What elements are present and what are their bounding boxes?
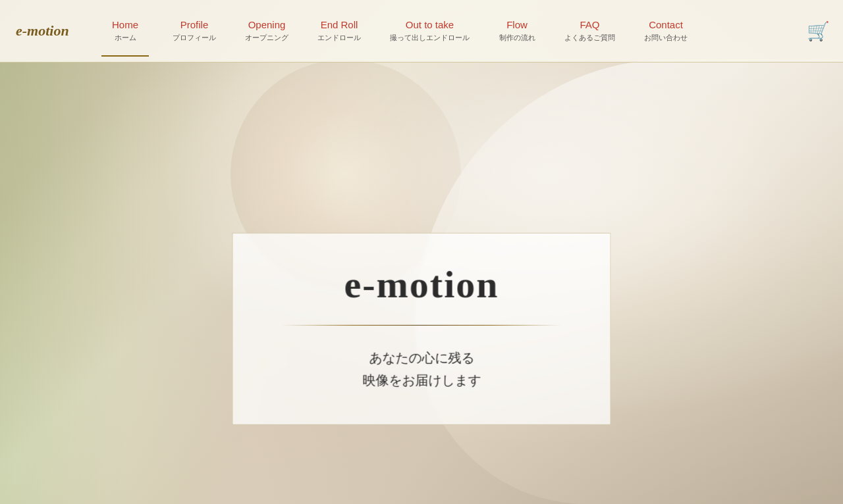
hero-card: e-motion あなたの心に残る 映像をお届けします xyxy=(232,233,611,425)
nav-en-opening: Opening xyxy=(248,19,286,30)
nav-item-opening[interactable]: Openingオープニング xyxy=(231,0,303,62)
nav-item-end-roll[interactable]: End Rollエンドロール xyxy=(303,0,375,62)
hero-title: e-motion xyxy=(266,263,578,307)
nav-en-contact: Contact xyxy=(649,19,683,30)
cart-button[interactable]: 🛒 xyxy=(794,0,843,62)
hero-subtitle: あなたの心に残る 映像をお届けします xyxy=(266,347,578,391)
nav-item-flow[interactable]: Flow制作の流れ xyxy=(484,0,550,62)
nav-item-profile[interactable]: Profileプロフィール xyxy=(158,0,231,62)
nav-ja-faq: よくあるご質問 xyxy=(564,33,615,43)
nav-en-flow: Flow xyxy=(506,19,528,30)
nav-ja-opening: オープニング xyxy=(245,33,288,43)
nav-ja-out-to-take: 撮って出しエンドロール xyxy=(390,33,470,43)
nav-item-contact[interactable]: Contactお問い合わせ xyxy=(630,0,702,62)
hero-subtitle-line1: あなたの心に残る xyxy=(369,351,474,365)
nav-en-end-roll: End Roll xyxy=(321,19,358,30)
hero-divider xyxy=(281,325,562,326)
nav-item-faq[interactable]: FAQよくあるご質問 xyxy=(550,0,630,62)
nav-en-home: Home xyxy=(112,19,138,30)
hero-subtitle-line2: 映像をお届けします xyxy=(362,373,481,388)
nav-links: HomeホームProfileプロフィールOpeningオープニングEnd Rol… xyxy=(92,0,794,62)
navbar: e-motion HomeホームProfileプロフィールOpeningオープニ… xyxy=(0,0,843,63)
nav-item-home[interactable]: Homeホーム xyxy=(92,0,158,62)
nav-en-faq: FAQ xyxy=(580,19,599,30)
cart-icon: 🛒 xyxy=(807,20,830,42)
nav-ja-contact: お問い合わせ xyxy=(644,33,688,43)
nav-ja-end-roll: エンドロール xyxy=(317,33,361,43)
nav-en-out-to-take: Out to take xyxy=(406,19,454,30)
nav-ja-flow: 制作の流れ xyxy=(499,33,535,43)
nav-ja-profile: プロフィール xyxy=(173,33,216,43)
site-logo: e-motion xyxy=(16,22,69,39)
nav-ja-home: ホーム xyxy=(115,33,136,43)
logo-area[interactable]: e-motion xyxy=(0,0,92,62)
nav-item-out-to-take[interactable]: Out to take撮って出しエンドロール xyxy=(375,0,484,62)
nav-en-profile: Profile xyxy=(180,19,209,30)
